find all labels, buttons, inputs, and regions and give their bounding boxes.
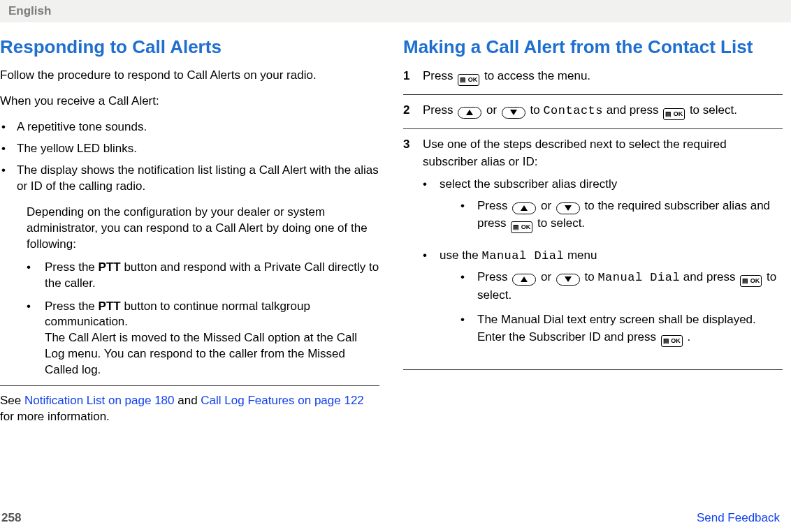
up-arrow-icon (458, 107, 481, 119)
send-feedback-link[interactable]: Send Feedback (697, 511, 780, 525)
svg-marker-2 (521, 205, 528, 211)
step-number: 1 (403, 68, 423, 86)
bullet-text: The display shows the notification list … (17, 163, 379, 195)
list-item: The yellow LED blinks. (0, 141, 379, 157)
menu-ok-icon: ▤ OK (511, 221, 532, 233)
text-fragment: and press (603, 103, 662, 117)
step3-intro: Use one of the steps described next to s… (423, 138, 727, 168)
step-number: 3 (403, 136, 423, 360)
page-number: 258 (1, 511, 21, 525)
see-paragraph: See Notification List on page 180 and Ca… (0, 393, 379, 425)
language-label: English (8, 4, 51, 17)
text-fragment: or (486, 103, 500, 117)
down-arrow-icon (556, 274, 580, 286)
list-item: Press the PTT button to continue normal … (27, 299, 379, 379)
text-fragment: The Manual Dial text entry screen shall … (477, 313, 756, 343)
text-fragment: menu (564, 249, 597, 262)
list-item: Press the PTT button and respond with a … (27, 260, 379, 292)
sub-bullet-list: Press the PTT button and respond with a … (27, 260, 379, 379)
text-fragment: for more information. (0, 410, 110, 423)
step-body: Press or to Contacts and press ▤ OK to s… (423, 102, 783, 120)
text-fragment: to select. (690, 103, 737, 117)
step-item: 1 Press ▤ OK to access the menu. (403, 68, 783, 95)
option2-sub: Press or to Manual Dial and press ▤ OK t… (460, 269, 783, 346)
text-fragment: or (541, 199, 555, 212)
menu-ok-icon: ▤ OK (740, 275, 762, 287)
subitem-content: Press or to the required subscriber alia… (477, 198, 783, 233)
bullet-content: Press the PTT button to continue normal … (45, 299, 379, 379)
right-section-title: Making a Call Alert from the Contact Lis… (403, 36, 783, 58)
menu-ok-icon: ▤ OK (661, 335, 683, 347)
bullet-text: A repetitive tone sounds. (17, 119, 147, 135)
text-fragment: to select. (537, 216, 585, 230)
option1-sub: Press or to the required subscriber alia… (460, 198, 783, 233)
left-intro: Follow the procedure to respond to Call … (0, 68, 379, 84)
text-fragment: use the (440, 249, 482, 262)
manual-dial-mono: Manual Dial (482, 249, 565, 263)
up-arrow-icon (512, 274, 536, 286)
text-fragment: select the subscriber alias directly (440, 177, 617, 191)
menu-ok-icon: ▤ OK (663, 108, 685, 120)
manual-dial-mono: Manual Dial (597, 271, 680, 284)
left-section-title: Responding to Call Alerts (0, 36, 379, 58)
step-item: 2 Press or to Contacts and press ▤ OK to… (403, 95, 783, 129)
text-fragment: The Call Alert is moved to the Missed Ca… (45, 331, 357, 376)
subitem-content: The Manual Dial text entry screen shall … (477, 311, 783, 347)
left-bullets: A repetitive tone sounds. The yellow LED… (0, 119, 379, 195)
svg-marker-1 (510, 110, 517, 115)
list-item: A repetitive tone sounds. (0, 119, 379, 135)
step-item: 3 Use one of the steps described next to… (403, 129, 783, 369)
text-fragment: to access the menu. (484, 69, 590, 82)
text-fragment: . (688, 330, 691, 343)
divider (0, 385, 379, 386)
option-content: use the Manual Dial menu Press or (440, 247, 783, 354)
list-item: Press or to Manual Dial and press ▤ OK t… (460, 269, 783, 304)
step-number: 2 (403, 102, 423, 120)
text-fragment: See (0, 394, 24, 407)
depend-para: Depending on the configuration by your d… (27, 205, 379, 253)
text-fragment: and press (680, 270, 739, 283)
header-bar: English (0, 0, 791, 22)
step-list: 1 Press ▤ OK to access the menu. 2 Press… (403, 68, 783, 369)
menu-ok-icon: ▤ OK (458, 74, 479, 86)
step3-options: select the subscriber alias directly Pre… (423, 176, 783, 353)
list-item: select the subscriber alias directly Pre… (423, 176, 783, 239)
text-fragment: Press (477, 270, 511, 283)
contacts-mono: Contacts (543, 104, 603, 117)
svg-marker-3 (565, 205, 572, 211)
ptt-bold: PTT (99, 300, 121, 313)
down-arrow-icon (556, 202, 580, 214)
svg-marker-4 (521, 276, 528, 282)
right-column: Making a Call Alert from the Contact Lis… (400, 36, 783, 425)
up-arrow-icon (512, 202, 536, 214)
text-fragment: Press (423, 69, 456, 82)
footer: 258 Send Feedback (0, 511, 791, 525)
list-item: The display shows the notification list … (0, 163, 379, 195)
left-when: When you receive a Call Alert: (0, 94, 379, 110)
list-item: Press or to the required subscriber alia… (460, 198, 783, 233)
left-column: Responding to Call Alerts Follow the pro… (0, 36, 379, 425)
text-fragment: to (530, 103, 544, 117)
text-fragment: Press (423, 103, 456, 117)
text-fragment: Press the (45, 260, 99, 274)
bullet-content: Press the PTT button and respond with a … (45, 260, 379, 292)
ptt-bold: PTT (99, 260, 121, 274)
down-arrow-icon (502, 107, 525, 119)
indent-block: Depending on the configuration by your d… (0, 205, 379, 378)
text-fragment: and (175, 394, 201, 407)
step-body: Press ▤ OK to access the menu. (423, 68, 783, 86)
content-area: Responding to Call Alerts Follow the pro… (0, 22, 791, 425)
bullet-text: The yellow LED blinks. (17, 141, 137, 157)
subitem-content: Press or to Manual Dial and press ▤ OK t… (477, 269, 783, 304)
text-fragment: Press (477, 199, 511, 212)
text-fragment: Press the (45, 300, 99, 313)
text-fragment: or (541, 270, 555, 283)
link-notification-list[interactable]: Notification List on page 180 (24, 394, 175, 407)
link-call-log-features[interactable]: Call Log Features on page 122 (201, 394, 363, 407)
list-item: use the Manual Dial menu Press or (423, 247, 783, 354)
text-fragment: to (585, 270, 598, 283)
option-content: select the subscriber alias directly Pre… (440, 176, 783, 239)
svg-marker-5 (565, 276, 572, 282)
svg-marker-0 (466, 110, 473, 115)
step-body: Use one of the steps described next to s… (423, 136, 783, 360)
